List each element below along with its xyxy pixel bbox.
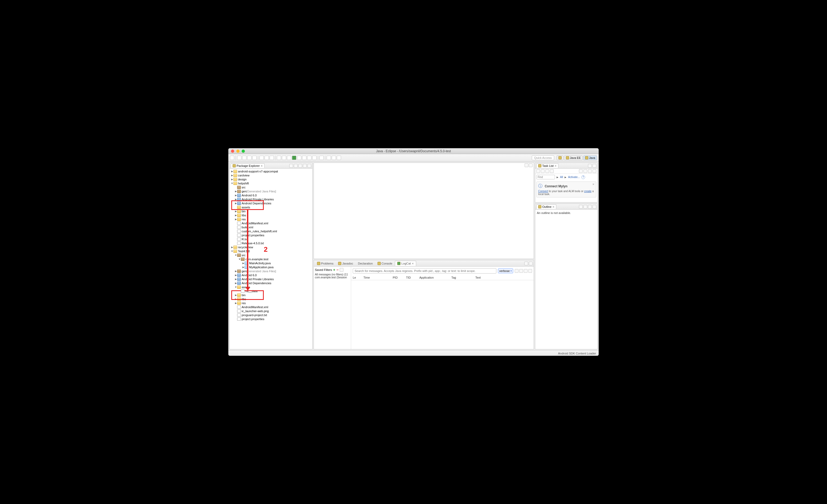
outline-tab[interactable]: Outline ✕ — [536, 204, 556, 209]
tree-node[interactable]: R.txt — [230, 237, 312, 241]
col-app[interactable]: Application — [419, 276, 446, 279]
open-perspective-button[interactable] — [556, 155, 564, 160]
disclosure-icon[interactable]: ▶ — [235, 198, 237, 201]
link-icon[interactable] — [588, 169, 592, 173]
run-icon[interactable] — [292, 156, 296, 160]
disclosure-icon[interactable]: ▶ — [235, 270, 237, 273]
disclosure-icon[interactable]: ▶ — [231, 170, 233, 173]
new-class-icon[interactable] — [307, 156, 311, 160]
log-level-select[interactable]: verbose▾ — [498, 269, 513, 273]
disclosure-icon[interactable]: ▶ — [235, 214, 237, 217]
disclosure-icon[interactable]: ▶ — [231, 246, 233, 248]
tree-node[interactable]: project.properties — [230, 233, 312, 237]
logcat-search-input[interactable] — [353, 268, 496, 274]
tree-node[interactable]: ic_launcher-web.png — [230, 309, 312, 313]
display-filters-icon[interactable] — [524, 269, 528, 273]
maximize-icon[interactable] — [592, 164, 596, 168]
view-menu-icon[interactable] — [298, 164, 302, 168]
tree-node[interactable]: proguard-project.txt — [230, 313, 312, 317]
tree-node[interactable]: ▶MainActivity.java — [230, 261, 312, 265]
open-type-icon[interactable] — [312, 156, 317, 160]
new-package-icon[interactable] — [302, 156, 306, 160]
lint-icon[interactable] — [277, 156, 281, 160]
problems-tab[interactable]: Problems — [315, 261, 335, 266]
disclosure-icon[interactable]: ▶ — [235, 210, 237, 213]
categorize-icon[interactable] — [541, 169, 545, 173]
tree-node[interactable]: ▶libs — [230, 213, 312, 217]
save-as-icon[interactable] — [247, 156, 251, 160]
tree-node[interactable]: ▶cardview — [230, 173, 312, 177]
maximize-icon[interactable] — [592, 205, 596, 209]
view-menu-icon[interactable] — [583, 205, 587, 209]
close-icon[interactable]: ✕ — [411, 262, 414, 265]
disclosure-icon[interactable]: ▶ — [235, 302, 237, 304]
package-explorer-tree[interactable]: 2 ▶android-support-v7-appcompat▶cardview… — [230, 169, 312, 349]
connect-link[interactable]: Connect — [538, 190, 548, 193]
disclosure-icon[interactable]: ▼ — [238, 258, 241, 261]
task-find-input[interactable] — [536, 175, 555, 179]
debug-icon[interactable] — [287, 156, 291, 160]
filter-all-messages[interactable]: All messages (no filters) (11 — [315, 273, 350, 276]
remove-filter-icon[interactable]: − — [336, 268, 338, 272]
disclosure-icon[interactable]: ▶ — [235, 274, 237, 277]
print-icon[interactable] — [252, 156, 256, 160]
activate-link[interactable]: Activate... — [568, 176, 580, 178]
save-icon[interactable] — [237, 156, 241, 160]
toggle-breadcrumb-icon[interactable] — [327, 156, 331, 160]
minimize-icon[interactable] — [524, 262, 528, 265]
minimize-icon[interactable] — [525, 163, 528, 167]
tree-node[interactable]: AndroidManifest.xml — [230, 305, 312, 309]
tree-node[interactable]: ▼com.example.test — [230, 257, 312, 261]
tree-node[interactable]: ▶Android Dependencies — [230, 201, 312, 205]
col-pid[interactable]: PID — [393, 276, 401, 279]
tree-node[interactable]: hs__data — [230, 289, 312, 293]
maximize-icon[interactable] — [529, 163, 533, 167]
disclosure-icon[interactable]: ▶ — [242, 266, 245, 269]
tree-node[interactable]: ▶recycleview — [230, 245, 312, 249]
back-icon[interactable] — [332, 156, 336, 160]
tree-node[interactable]: build.xml — [230, 225, 312, 229]
disclosure-icon[interactable]: ▶ — [235, 218, 237, 221]
link-editor-icon[interactable] — [294, 164, 298, 168]
tree-node[interactable]: ▶res — [230, 217, 312, 221]
disclosure-icon[interactable]: ▼ — [231, 250, 233, 253]
console-tab[interactable]: Console — [375, 261, 394, 266]
tree-node[interactable]: ▼Test4.5.0 — [230, 249, 312, 253]
col-time[interactable]: Time — [363, 276, 387, 279]
collapse-all-icon[interactable] — [289, 164, 293, 168]
refresh-icon[interactable] — [270, 156, 274, 160]
tree-node[interactable]: custom_rules_helpshift.xml — [230, 229, 312, 233]
view-menu-icon[interactable] — [592, 169, 596, 173]
tree-node[interactable]: ▶Android Private Libraries — [230, 277, 312, 281]
schedule-icon[interactable] — [545, 169, 549, 173]
tree-node[interactable]: ▶Android 6.0 — [230, 193, 312, 197]
new-task-icon[interactable] — [536, 169, 540, 173]
disclosure-icon[interactable]: ▶ — [235, 294, 237, 296]
disclosure-icon[interactable]: ▶ — [231, 174, 233, 177]
disclosure-icon[interactable]: ▼ — [231, 182, 233, 185]
close-icon[interactable]: ✕ — [260, 164, 263, 167]
disclosure-icon[interactable]: ▶ — [235, 190, 237, 193]
tree-node[interactable]: Release-4.5.0.txt — [230, 241, 312, 245]
disclosure-icon[interactable]: ▶ — [242, 262, 245, 265]
create-link[interactable]: create — [584, 190, 591, 193]
tree-node[interactable]: ▶libs — [230, 297, 312, 301]
close-icon[interactable]: ✕ — [552, 206, 554, 208]
link-icon[interactable] — [579, 205, 583, 209]
disclosure-icon[interactable]: ▼ — [235, 254, 237, 257]
tree-node[interactable]: ▶Android Private Libraries — [230, 197, 312, 201]
tree-node[interactable]: assets — [230, 205, 312, 209]
collapse-icon[interactable] — [583, 169, 587, 173]
tree-node[interactable]: ▶bin — [230, 209, 312, 213]
help-icon[interactable]: ? — [581, 175, 585, 179]
disclosure-icon[interactable]: ▶ — [235, 282, 237, 284]
add-filter-icon[interactable]: + — [333, 268, 335, 272]
disclosure-icon[interactable]: ▶ — [235, 194, 237, 197]
run-last-icon[interactable] — [297, 156, 301, 160]
col-tag[interactable]: Tag — [451, 276, 470, 279]
focus-icon[interactable] — [579, 169, 583, 173]
tree-node[interactable]: project.properties — [230, 317, 312, 321]
tree-node[interactable]: ▶gen [Generated Java Files] — [230, 269, 312, 273]
col-level[interactable]: Le — [353, 276, 358, 279]
col-tid[interactable]: TID — [406, 276, 414, 279]
